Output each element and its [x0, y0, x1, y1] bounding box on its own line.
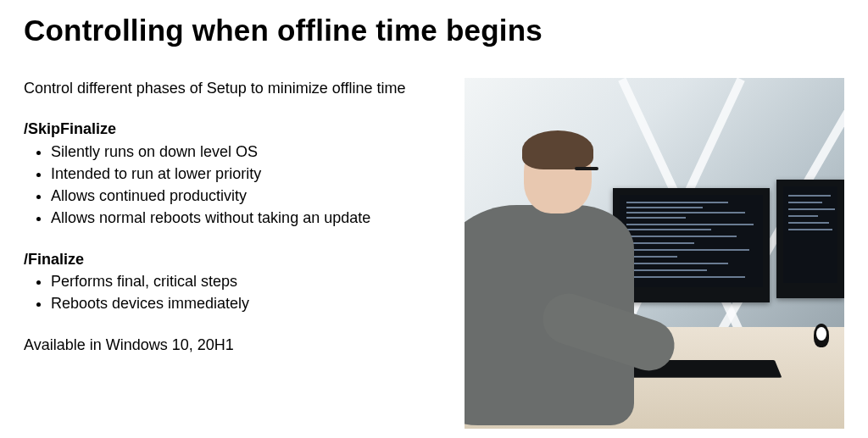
text-column: Control different phases of Setup to min…: [24, 78, 448, 429]
availability-text: Available in Windows 10, 20H1: [24, 335, 448, 355]
bullets-finalize: Performs final, critical steps Reboots d…: [24, 271, 448, 314]
slide-image: [465, 78, 844, 429]
intro-text: Control different phases of Setup to min…: [24, 78, 448, 98]
section-heading-finalize: /Finalize: [24, 249, 448, 269]
list-item: Reboots devices immediately: [51, 293, 448, 313]
person: [465, 112, 668, 429]
list-item: Allows normal reboots without taking an …: [51, 208, 448, 228]
tux-figurine-icon: [814, 324, 829, 347]
slide-title: Controlling when offline time begins: [24, 14, 844, 47]
bullets-skipfinalize: Silently runs on down level OS Intended …: [24, 141, 448, 229]
list-item: Silently runs on down level OS: [51, 141, 448, 162]
list-item: Performs final, critical steps: [51, 271, 448, 291]
slide: Controlling when offline time begins Con…: [0, 0, 868, 438]
content-row: Control different phases of Setup to min…: [24, 78, 844, 429]
list-item: Intended to run at lower priority: [51, 164, 448, 184]
list-item: Allows continued productivity: [51, 186, 448, 206]
monitor-right: [776, 180, 844, 298]
section-heading-skipfinalize: /SkipFinalize: [24, 119, 448, 139]
